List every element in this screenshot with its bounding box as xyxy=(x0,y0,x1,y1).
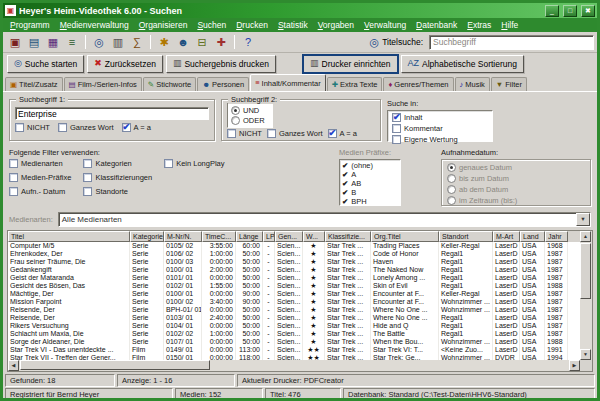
column-header-jahr[interactable]: Jahr xyxy=(545,231,568,242)
checkbox-klassifizierungen[interactable]: Klassifizierungen xyxy=(83,173,152,182)
toolbar-videos-button[interactable]: ▣ xyxy=(6,34,24,51)
horizontal-scrollbar[interactable]: ◀ ▶ xyxy=(8,360,580,371)
table-row[interactable]: Star Trek VI - Das unentdeckte ...Film01… xyxy=(8,346,580,354)
column-header-klassifizie[interactable]: Klassifizie... xyxy=(325,231,371,242)
column-header-w[interactable]: W... xyxy=(303,231,325,242)
checkbox-kommentar[interactable]: Kommentar xyxy=(392,124,488,133)
radio-oder[interactable]: ODER xyxy=(231,116,269,125)
tab-film-serien-infos[interactable]: ▤Film-/Serien-Infos xyxy=(64,77,142,91)
print-results-button[interactable]: ▥Suchergebnis drucken xyxy=(166,55,276,73)
scroll-right-icon[interactable]: ▶ xyxy=(569,360,580,371)
menu-item-drucken[interactable]: Drucken xyxy=(231,19,273,31)
menu-item-medienverwaltung[interactable]: Medienverwaltung xyxy=(55,19,134,31)
prefix-item-ohne[interactable]: ✔(ohne) xyxy=(342,161,398,170)
dropdown-arrow-icon[interactable]: ▼ xyxy=(576,213,590,226)
title-search-input[interactable] xyxy=(429,35,594,50)
menu-item-vorgaben[interactable]: Vorgaben xyxy=(313,19,359,31)
toolbar-media-button[interactable]: ▤ xyxy=(25,34,43,51)
table-row[interactable]: Sorge der Aldeaner, DieSerie0107/ 010:00… xyxy=(8,338,580,346)
checkbox-standorte[interactable]: Standorte xyxy=(83,187,152,196)
checkbox-aufn-datum[interactable]: Aufn.- Datum xyxy=(9,187,71,196)
horizontal-scroll-track[interactable] xyxy=(19,360,569,371)
radio-ab-dem-datum[interactable]: ab dem Datum xyxy=(447,185,585,194)
table-row[interactable]: Reisende, DerSerie0103/ 012:40:0050:00-S… xyxy=(8,314,580,322)
menu-item-extras[interactable]: Extras xyxy=(462,19,496,31)
tab-filter[interactable]: ▼Filter xyxy=(491,77,527,91)
menu-item-verwaltung[interactable]: Verwaltung xyxy=(359,19,411,31)
tab-genres-themen[interactable]: ♦Genres/Themen xyxy=(383,77,453,91)
table-row[interactable]: Schlacht um Maxia, DieSerie0102/ 021:00:… xyxy=(8,330,580,338)
toolbar-organize-button[interactable]: ≡ xyxy=(63,34,81,51)
title-search-button[interactable]: ◎ Titelsuche: xyxy=(367,34,426,51)
checkbox-eigene-wertung[interactable]: Eigene Wertung xyxy=(392,135,488,144)
checkbox-nicht[interactable]: NICHT xyxy=(15,123,50,132)
tab-titel-zusatz[interactable]: ▣Titel/Zusatz xyxy=(5,77,63,91)
checkbox-ganzes-wort[interactable]: Ganzes Wort xyxy=(267,129,323,138)
checkbox-nicht[interactable]: NICHT xyxy=(227,129,262,138)
scroll-up-icon[interactable]: ▲ xyxy=(580,231,591,242)
tab-personen[interactable]: ☻Personen xyxy=(197,77,249,91)
scroll-down-icon[interactable]: ▼ xyxy=(580,349,591,360)
tab-musik[interactable]: ♪Musik xyxy=(455,77,490,91)
table-row[interactable]: Computer M/5Serie0105/ 023:55:0060:00-Sc… xyxy=(8,242,580,250)
column-header-standort[interactable]: Standort xyxy=(439,231,493,242)
menu-item-programm[interactable]: Programm xyxy=(5,19,55,31)
radio-genaues-datum[interactable]: genaues Datum xyxy=(447,163,585,172)
radio-und[interactable]: UND xyxy=(231,106,269,115)
close-button[interactable]: ✖ xyxy=(581,5,595,17)
column-header-lp[interactable]: LP xyxy=(263,231,275,242)
column-header-titel[interactable]: Titel xyxy=(8,231,130,242)
column-header-m-nr-n[interactable]: M-Nr/N. xyxy=(164,231,202,242)
tab-extra-texte[interactable]: ✚Extra Texte xyxy=(327,77,383,91)
vertical-scroll-track[interactable] xyxy=(580,242,592,349)
checkbox-medien-praefixe[interactable]: Medien-Präfixe xyxy=(9,173,71,182)
table-row[interactable]: Mission FarpointSerie0100/ 023:40:0090:0… xyxy=(8,298,580,306)
toolbar-database-button[interactable]: ⊟ xyxy=(193,34,211,51)
prefix-item-bph[interactable]: ✔BPH xyxy=(342,197,398,206)
search-term-1-input[interactable] xyxy=(15,107,209,120)
scroll-left-icon[interactable]: ◀ xyxy=(8,360,19,371)
tab-inhalt-kommentar[interactable]: ≡Inhalt/Kommentar xyxy=(250,74,326,91)
toolbar-statistics-button[interactable]: ∑ xyxy=(128,34,146,51)
reset-search-button[interactable]: ✖Zurücksetzen xyxy=(87,55,163,73)
table-row[interactable]: GedankengiftSerie0100/ 012:00:0050:00-Sc… xyxy=(8,266,580,274)
checkbox-a-a[interactable]: ✔A = a xyxy=(122,123,151,132)
checkbox-kein-longplay[interactable]: Kein LongPlay xyxy=(164,159,224,168)
toolbar-defaults-button[interactable]: ✱ xyxy=(155,34,173,51)
alpha-sort-button[interactable]: AZAlphabetische Sortierung xyxy=(401,55,525,73)
vertical-scrollbar[interactable]: ▲ ▼ xyxy=(580,231,592,360)
column-header-org-titel[interactable]: Org.Titel xyxy=(371,231,439,242)
toolbar-help-button[interactable]: ? xyxy=(239,34,257,51)
toolbar-film-button[interactable]: ▦ xyxy=(44,34,62,51)
menu-item-suchen[interactable]: Suchen xyxy=(192,19,231,31)
checkbox-a-a[interactable]: ✔A = a xyxy=(328,129,357,138)
menu-item-hilfe[interactable]: Hilfe xyxy=(496,19,523,31)
column-header-land[interactable]: Land xyxy=(520,231,545,242)
column-header-laenge[interactable]: Länge xyxy=(236,231,263,242)
vertical-scroll-thumb[interactable] xyxy=(580,243,591,299)
checkbox-medienarten[interactable]: Medienarten xyxy=(9,159,71,168)
checkbox-inhalt[interactable]: ✔Inhalt xyxy=(392,113,488,122)
table-row[interactable]: Gesicht des Bösen, DasSerie0102/ 011:55:… xyxy=(8,282,580,290)
table-row[interactable]: Frau seiner Träume, DieSerie0100/ 030:00… xyxy=(8,258,580,266)
prefix-item-ab[interactable]: ✔AB xyxy=(342,179,398,188)
menu-item-organisieren[interactable]: Organisieren xyxy=(134,19,193,31)
maximize-button[interactable]: □ xyxy=(563,5,577,17)
radio-bis-zum-datum[interactable]: bis zum Datum xyxy=(447,174,585,183)
table-row[interactable]: Reisende, DerSerieBPH-01/ 010:00:0050:00… xyxy=(8,306,580,314)
printer-setup-button[interactable]: ▥Drucker einrichten xyxy=(303,55,398,73)
menu-item-datenbank[interactable]: Datenbank xyxy=(411,19,462,31)
checkbox-kategorien[interactable]: Kategorien xyxy=(83,159,152,168)
column-header-m-art[interactable]: M-Art xyxy=(493,231,520,242)
radio-im-zeitraum-bis[interactable]: im Zeitraum (bis:) xyxy=(447,196,585,205)
toolbar-tools-button[interactable]: ✚ xyxy=(212,34,230,51)
table-row[interactable]: Rikers VersuchungSerie0104/ 010:00:0050:… xyxy=(8,322,580,330)
menu-item-statistik[interactable]: Statistik xyxy=(273,19,313,31)
horizontal-scroll-thumb[interactable] xyxy=(20,360,210,370)
prefix-item-a[interactable]: ✔A xyxy=(342,170,398,179)
prefix-item-b[interactable]: ✔B xyxy=(342,188,398,197)
media-types-combo[interactable]: Alle Medienarten ▼ xyxy=(58,212,591,227)
start-search-button[interactable]: ◎Suche starten xyxy=(7,55,84,73)
column-header-gen[interactable]: Gen... xyxy=(275,231,303,242)
toolbar-print-button[interactable]: ▥ xyxy=(109,34,127,51)
